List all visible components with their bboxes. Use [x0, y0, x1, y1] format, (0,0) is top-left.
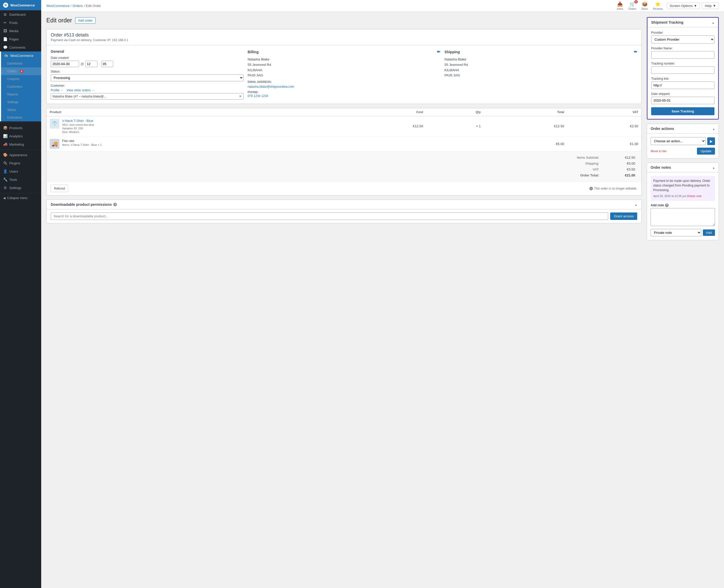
billing-phone[interactable]: 078 1234 1234 — [248, 94, 441, 98]
time-sep: : — [99, 62, 100, 66]
billing-email-label: Email address: — [248, 80, 441, 83]
sidebar-item-customers[interactable]: Customers — [1, 83, 41, 90]
order-total-label: Order Total: — [580, 173, 599, 177]
sidebar-item-marketing[interactable]: 📣 Marketing — [0, 140, 41, 148]
orders-label: Orders — [7, 69, 17, 73]
billing-email[interactable]: natasha.blake@shipyouridea.com — [248, 85, 441, 88]
customer-label: Customer: — [51, 84, 244, 87]
help-button[interactable]: Help ▼ — [702, 3, 719, 9]
sidebar: W WooCommerce ⊞ Dashboard ✏ Posts 🖼 Medi… — [0, 0, 41, 588]
comments-icon: 💬 — [3, 45, 7, 49]
sidebar-item-comments[interactable]: 💬 Comments — [0, 43, 41, 51]
save-tracking-button[interactable]: Save Tracking — [651, 107, 715, 115]
customer-clear[interactable]: ✕ — [239, 94, 242, 98]
orders-topbar-label: Orders — [628, 7, 637, 10]
downloadable-header[interactable]: Downloadable product permissions ? — [46, 200, 641, 209]
sidebar-collapse[interactable]: ◀ Collapse menu — [0, 194, 41, 202]
pages-icon: 📄 — [3, 37, 7, 41]
view-orders-link[interactable]: View other orders → — [66, 88, 95, 92]
order-box-header: Order #513 details Payment via Cash on d… — [46, 29, 641, 45]
product-total: €12.50 — [484, 116, 567, 136]
billing-title: Billing ✏ — [248, 49, 441, 54]
order-number: Order #513 details — [51, 33, 637, 38]
col-total: Total — [484, 108, 567, 116]
provider-name-label: Provider Name: — [651, 46, 715, 50]
sidebar-item-coupons[interactable]: Coupons — [1, 75, 41, 83]
update-button[interactable]: Update — [697, 148, 715, 154]
sidebar-item-tools[interactable]: 🔧 Tools — [0, 175, 41, 184]
sidebar-item-products[interactable]: 📦 Products — [0, 124, 41, 132]
provider-select[interactable]: Custom Provider — [651, 36, 715, 43]
sidebar-item-users[interactable]: 👤 Users — [0, 167, 41, 175]
stock-icon-item[interactable]: 📦 Stock — [641, 1, 648, 10]
profile-link[interactable]: Profile → — [51, 88, 63, 92]
inbox-icon-item[interactable]: 📥 Inbox — [617, 1, 623, 10]
sidebar-item-pages[interactable]: 📄 Pages — [0, 35, 41, 43]
screen-options-button[interactable]: Screen Options ▼ — [667, 3, 700, 9]
date-created-input[interactable] — [51, 61, 79, 67]
delete-note-link[interactable]: Delete note — [687, 194, 702, 197]
profile-links: Profile → View other orders → — [51, 88, 244, 92]
time-min-input[interactable] — [101, 61, 113, 67]
sidebar-item-reports[interactable]: Reports — [1, 90, 41, 98]
shipment-tracking-header: Shipment Tracking — [647, 18, 718, 27]
reviews-icon: ⭐ — [655, 1, 661, 7]
status-select[interactable]: Processing — [51, 74, 244, 81]
date-shipped-input[interactable] — [651, 97, 715, 104]
sidebar-logo-label: WooCommerce — [10, 3, 35, 7]
add-order-button[interactable]: Add order — [75, 17, 96, 24]
refund-button[interactable]: Refund — [51, 185, 68, 192]
sidebar-item-dashboard[interactable]: ⊞ Dashboard — [0, 10, 41, 19]
billing-city: KILMAHA — [248, 68, 441, 73]
product-qty: × 1 — [426, 116, 484, 136]
provider-name-input[interactable] — [651, 51, 715, 59]
sidebar-item-woo-dashboard[interactable]: Dashboard — [1, 60, 41, 67]
sidebar-item-analytics[interactable]: 📊 Analytics — [0, 132, 41, 140]
breadcrumb-orders[interactable]: Orders — [73, 4, 83, 8]
reviews-icon-item[interactable]: ⭐ Reviews — [653, 1, 663, 10]
shipping-address1: 55 Jesmond Rd — [444, 62, 637, 68]
note-textarea[interactable] — [651, 208, 715, 226]
sidebar-item-settings[interactable]: Settings — [1, 98, 41, 106]
sidebar-item-extensions[interactable]: Extensions — [1, 114, 41, 121]
time-hour-input[interactable] — [85, 61, 97, 67]
sidebar-item-settings2[interactable]: ⚙ Settings — [0, 184, 41, 192]
general-col: General Date created: @ : Status: — [51, 49, 244, 100]
shipping-edit-icon[interactable]: ✏ — [634, 49, 637, 54]
tracking-number-input[interactable] — [651, 66, 715, 74]
product-name-link[interactable]: V-Neck T-Shirt - Blue — [62, 119, 93, 123]
shipping-vat: €1.00 — [567, 136, 641, 151]
topbar: WooCommerce / Orders / Edit Order 📥 Inbo… — [41, 0, 724, 12]
order-total-value: €21.00 — [620, 173, 635, 177]
note-type-select[interactable]: Private note — [651, 229, 701, 236]
sidebar-item-label: Comments — [9, 45, 25, 49]
downloadable-search-input[interactable] — [51, 212, 608, 220]
sidebar-item-media[interactable]: 🖼 Media — [0, 27, 41, 35]
sidebar-item-posts[interactable]: ✏ Posts — [0, 19, 41, 27]
sidebar-logo[interactable]: W WooCommerce — [0, 0, 41, 10]
sidebar-item-status[interactable]: Status — [1, 106, 41, 114]
note-text: Payment to be made upon delivery. Order … — [653, 179, 710, 192]
action-go-button[interactable]: ▶ — [707, 138, 715, 145]
action-select[interactable]: Choose an action... — [651, 137, 706, 145]
sidebar-item-orders[interactable]: Orders 8 — [1, 67, 41, 75]
tracking-link-input[interactable] — [651, 82, 715, 89]
breadcrumb-woocommerce[interactable]: WooCommerce — [46, 4, 69, 8]
order-actions-body: Choose an action... ▶ Move to bin Update — [647, 133, 719, 158]
items-subtotal-label: Items Subtotal: — [577, 155, 599, 160]
right-sidebar: Shipment Tracking Provider: Custom Provi… — [647, 17, 719, 583]
order-actions-chevron — [712, 127, 715, 131]
billing-edit-icon[interactable]: ✏ — [437, 49, 440, 54]
billing-address1: 55 Jesmond Rd — [248, 62, 441, 68]
sidebar-item-plugins[interactable]: 🔌 Plugins — [0, 159, 41, 167]
customer-field: Natasha Blake (#7 – natasha.blake@... ✕ — [51, 93, 244, 100]
shipping-postcode: PA35 3AG — [444, 73, 637, 78]
order-total-row: Order Total: €21.00 — [50, 172, 638, 178]
grant-access-button[interactable]: Grant access — [610, 212, 637, 220]
move-to-bin-link[interactable]: Move to bin — [651, 149, 667, 153]
sidebar-item-label: Appearance — [9, 153, 27, 157]
orders-icon-item[interactable]: 🛒 8 Orders — [628, 1, 637, 10]
add-note-button[interactable]: Add — [703, 229, 715, 236]
sidebar-item-woocommerce[interactable]: 🛍 WooCommerce — [1, 51, 41, 60]
sidebar-item-appearance[interactable]: 🎨 Appearance — [0, 151, 41, 159]
